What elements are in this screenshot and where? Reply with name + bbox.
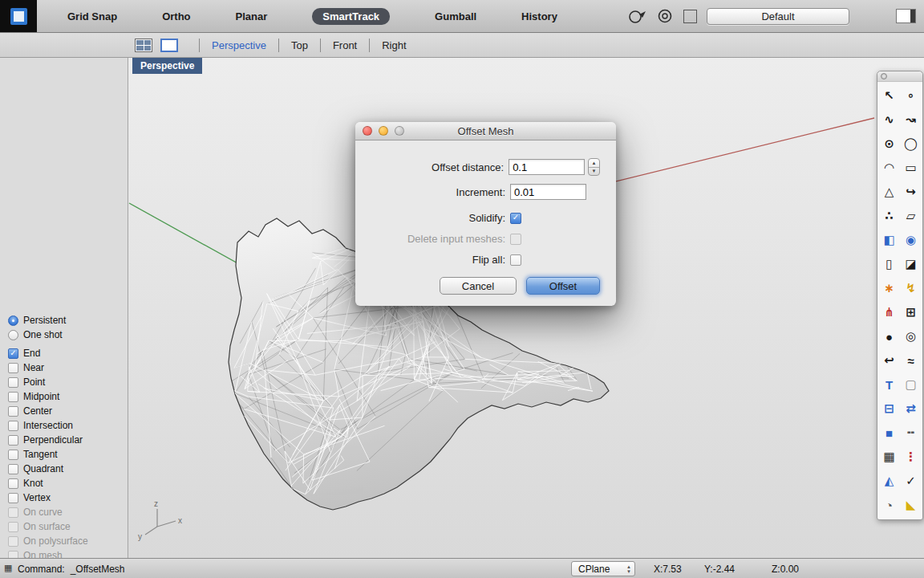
plane-tool-icon[interactable]: ▱ [900, 204, 922, 228]
ellipse-tool-icon[interactable]: ◯ [900, 132, 922, 156]
spring-tool-icon[interactable]: ≈ [900, 348, 922, 372]
zoom-icon[interactable] [395, 126, 404, 136]
osnap-checkbox-row[interactable]: On polysurface [8, 534, 127, 548]
offset-distance-stepper[interactable]: ▲▼ [588, 158, 600, 176]
osnap-checkbox-row[interactable]: Point [8, 375, 127, 389]
osnap-label: Knot [23, 478, 43, 489]
toolbar-button[interactable]: History [521, 10, 557, 22]
checkbox-icon [8, 421, 18, 431]
split-tool-icon[interactable]: ⊟ [878, 397, 900, 421]
osnap-label: Point [23, 377, 45, 388]
torus-tool-icon[interactable]: ◎ [900, 324, 922, 348]
osnap-checkbox-row[interactable]: Perpendicular [8, 433, 127, 447]
stepper-down-icon[interactable]: ▼ [589, 168, 599, 176]
viewport-tab[interactable]: Front [320, 39, 369, 52]
pointcloud-tool-icon[interactable]: ∴ [878, 204, 900, 228]
palette-close-icon[interactable] [881, 73, 887, 79]
coordinate-x: X:7.53 [654, 564, 682, 575]
dialog-checkbox-row[interactable]: Flip all: [371, 254, 600, 266]
cancel-button[interactable]: Cancel [440, 277, 517, 295]
boundingbox-tool-icon[interactable]: ▢ [900, 372, 922, 397]
osnap-label: End [23, 348, 40, 359]
grid-tool-icon[interactable]: ▦ [878, 445, 900, 469]
circle-tool-icon[interactable]: ⊙ [878, 132, 900, 156]
array-tool-icon[interactable]: ⊞ [900, 300, 922, 324]
dialog-checkbox-label: Solidify: [371, 212, 505, 224]
sphere-tool-icon[interactable]: ◉ [900, 228, 922, 252]
toolbar-button[interactable]: Grid Snap [67, 10, 117, 22]
toolbar-button[interactable]: SmartTrack [312, 8, 390, 25]
mirror-tool-icon[interactable]: ⇄ [900, 397, 922, 421]
osnap-checkbox-row[interactable]: On surface [8, 519, 127, 534]
osnap-checkbox-row[interactable]: Quadrant [8, 462, 127, 476]
analyze-tool-icon[interactable]: ⋔ [878, 300, 900, 324]
sphere-dark-tool-icon[interactable]: ● [878, 324, 900, 348]
pointer-tool-icon[interactable]: ↖ [878, 83, 900, 108]
osnap-checkbox-row[interactable]: Near [8, 360, 127, 375]
solid-tool-icon[interactable]: ■ [878, 421, 900, 445]
osnap-checkbox-row[interactable]: Knot [8, 476, 127, 490]
render-tool-icon[interactable]: ↯ [900, 276, 922, 300]
checkbox-icon [8, 377, 18, 388]
wedge-tool-icon[interactable]: ◣ [900, 493, 922, 517]
prism-tool-icon[interactable]: ◭ [878, 469, 900, 493]
axis-z-label: z [154, 499, 158, 508]
osnap-checkbox-row[interactable]: Center [8, 404, 127, 418]
dialog-buttons: Cancel Offset [371, 277, 600, 295]
curve-tool-icon[interactable]: ∿ [878, 108, 900, 132]
viewport-tab[interactable]: Top [278, 39, 320, 52]
viewport-tab[interactable]: Perspective [199, 39, 278, 52]
command-history-icon[interactable]: ▦ [4, 564, 12, 572]
osnap-mode-label: One shot [23, 329, 63, 340]
minimize-icon[interactable] [379, 126, 388, 136]
check-tool-icon[interactable]: ✓ [900, 469, 922, 493]
osnap-checkbox-row[interactable]: Intersection [8, 418, 127, 433]
polygon-tool-icon[interactable]: △ [878, 180, 900, 204]
viewport-title-badge[interactable]: Perspective [132, 58, 202, 74]
toolbar-button[interactable]: Gumball [435, 10, 476, 22]
box-tool-icon[interactable]: ◧ [878, 228, 900, 252]
interpcurve-tool-icon[interactable]: ↝ [900, 108, 922, 132]
pointcolumn-tool-icon[interactable]: ⋮ [900, 445, 922, 469]
single-viewport-icon[interactable] [160, 39, 178, 52]
offset-distance-input[interactable] [509, 159, 585, 175]
increment-input[interactable] [510, 184, 586, 200]
osnap-checkbox-row[interactable]: Tangent [8, 447, 127, 462]
checkbox-icon [8, 450, 18, 460]
osnap-checkbox-row[interactable]: End [8, 346, 127, 360]
viewport-tab[interactable]: Right [369, 39, 418, 52]
osnap-checkbox-row[interactable]: On mesh [8, 548, 127, 558]
four-viewport-icon[interactable] [135, 39, 152, 52]
color-swatch[interactable] [683, 10, 697, 23]
arc-tool-icon[interactable]: ◠ [878, 156, 900, 180]
pie-tool-icon[interactable]: ◔ [878, 493, 900, 517]
double-circle-icon[interactable] [656, 7, 674, 25]
osnap-checkbox-row[interactable]: On curve [8, 505, 127, 519]
hook-tool-icon[interactable]: ↩ [878, 348, 900, 372]
osnap-checkbox-row[interactable]: Vertex [8, 490, 127, 505]
display-mode-dropdown[interactable]: Default [707, 8, 849, 25]
panel-toggle-icon[interactable] [896, 9, 916, 23]
command-line[interactable]: Command: _OffsetMesh [18, 564, 125, 575]
freeform-tool-icon[interactable]: ↪ [900, 180, 922, 204]
offset-button[interactable]: Offset [526, 277, 600, 295]
dialog-checkbox-row[interactable]: Delete input meshes: [371, 233, 600, 245]
osnap-mode-option[interactable]: Persistent [8, 313, 127, 328]
dashed-tool-icon[interactable]: ╍ [900, 421, 922, 445]
mesh-tool-icon[interactable]: ∗ [878, 276, 900, 300]
osnap-mode-option[interactable]: One shot [8, 328, 127, 342]
osnap-snap-list: End Near Point Midpoint Center [8, 346, 127, 558]
cplane-dropdown[interactable]: CPlane ▲▼ [571, 561, 635, 576]
toolbar-button[interactable]: Planar [236, 10, 268, 22]
close-icon[interactable] [363, 126, 372, 136]
arrow-circle-icon[interactable] [627, 7, 646, 25]
toolbar-button[interactable]: Ortho [162, 10, 190, 22]
text-tool-icon[interactable]: T [878, 372, 900, 397]
dialog-checkbox-row[interactable]: Solidify: [371, 212, 600, 224]
stepper-up-icon[interactable]: ▲ [589, 159, 599, 168]
cylinder-tool-icon[interactable]: ▯ [878, 252, 900, 276]
rectangle-tool-icon[interactable]: ▭ [900, 156, 922, 180]
extrude-tool-icon[interactable]: ◪ [900, 252, 922, 276]
osnap-checkbox-row[interactable]: Midpoint [8, 389, 127, 404]
point-tool-icon[interactable]: ∘ [900, 83, 922, 108]
